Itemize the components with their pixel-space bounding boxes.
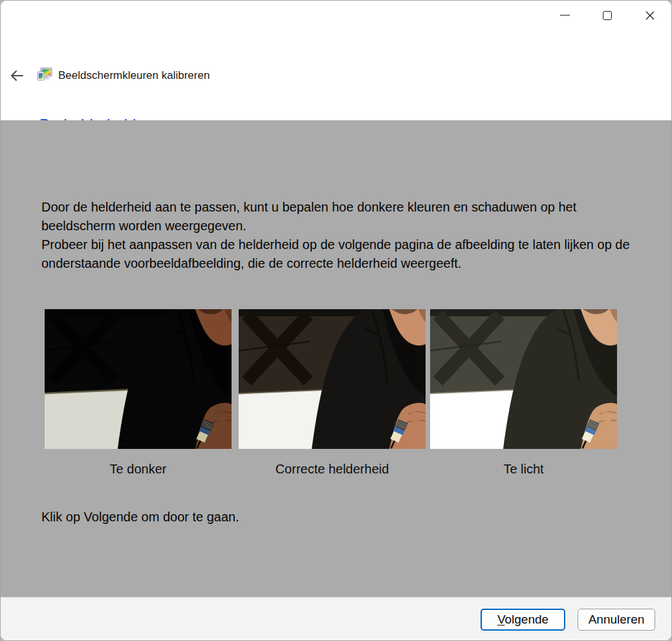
back-button[interactable] — [7, 66, 27, 85]
footer-bar: Volgende Annuleren — [1, 597, 671, 640]
example-image-too-light — [430, 309, 617, 449]
maximize-icon — [603, 11, 612, 20]
maximize-button[interactable] — [586, 1, 629, 30]
next-button[interactable]: Volgende — [481, 609, 565, 631]
instruction-paragraph-1: Door de helderheid aan te passen, kunt u… — [41, 198, 638, 235]
display-color-calibration-icon — [37, 67, 52, 83]
close-icon — [645, 10, 655, 21]
app-title: Beeldschermkleuren kalibreren — [58, 69, 210, 82]
example-images — [1, 309, 671, 449]
next-hint-text: Klik op Volgende om door te gaan. — [41, 510, 239, 525]
close-button[interactable] — [629, 1, 671, 30]
instruction-text: Door de helderheid aan te passen, kunt u… — [41, 198, 638, 273]
content-area: Door de helderheid aan te passen, kunt u… — [1, 120, 671, 597]
wizard-header: Beeldschermkleuren kalibreren De helderh… — [1, 30, 671, 120]
next-button-label: olgende — [505, 613, 549, 626]
cancel-button-label: Annuleren — [589, 613, 645, 627]
wizard-window: Beeldschermkleuren kalibreren De helderh… — [0, 0, 672, 641]
example-image-too-dark — [45, 309, 232, 449]
instruction-paragraph-2: Probeer bij het aanpassen van de helderh… — [41, 235, 638, 273]
label-too-light: Te licht — [430, 462, 617, 477]
minimize-button[interactable] — [543, 1, 586, 30]
minimize-icon — [560, 15, 570, 16]
cancel-button[interactable]: Annuleren — [578, 609, 655, 631]
label-correct-brightness: Correcte helderheid — [239, 462, 426, 477]
back-arrow-icon — [9, 68, 25, 83]
titlebar[interactable] — [1, 1, 671, 30]
next-button-accelerator: V — [497, 613, 505, 626]
label-too-dark: Te donker — [45, 462, 232, 477]
example-image-correct — [239, 309, 426, 449]
